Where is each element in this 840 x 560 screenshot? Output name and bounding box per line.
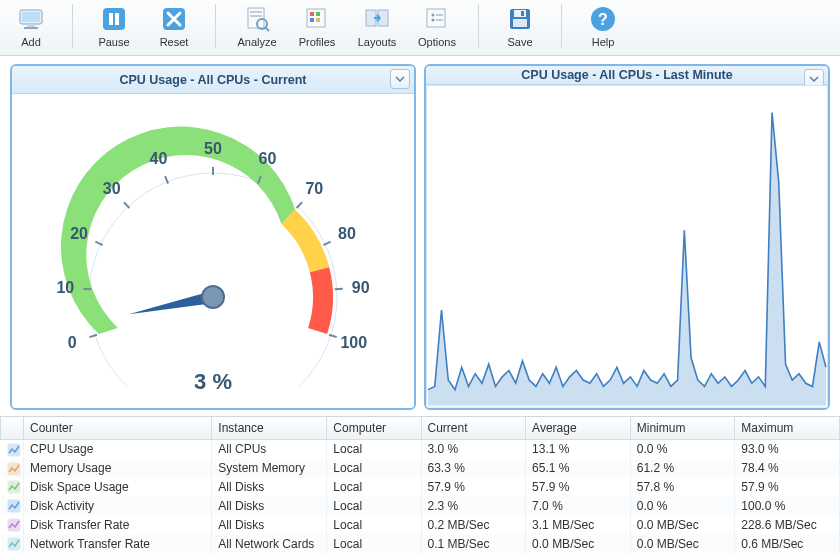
- col-header-average[interactable]: Average: [526, 417, 631, 440]
- svg-rect-16: [310, 18, 314, 22]
- svg-rect-28: [521, 11, 524, 16]
- cell-maximum: 0.6 MB/Sec: [735, 534, 840, 553]
- help-button[interactable]: ? Help: [580, 2, 626, 48]
- svg-line-12: [265, 27, 269, 31]
- counter-icon: [7, 537, 21, 551]
- save-label: Save: [507, 36, 532, 48]
- cell-instance: All CPUs: [212, 440, 327, 459]
- svg-rect-61: [8, 500, 20, 512]
- row-icon-cell: [1, 459, 24, 478]
- gauge-panel-title: CPU Usage - All CPUs - Current: [119, 73, 306, 87]
- layouts-button[interactable]: Layouts: [354, 2, 400, 48]
- svg-rect-26: [514, 10, 526, 17]
- svg-rect-1: [22, 12, 40, 22]
- cell-instance: All Network Cards: [212, 534, 327, 553]
- table-row[interactable]: Disk Transfer RateAll DisksLocal0.2 MB/S…: [1, 515, 840, 534]
- cell-minimum: 0.0 MB/Sec: [630, 534, 735, 553]
- add-button[interactable]: Add: [8, 2, 54, 48]
- counter-icon: [7, 518, 21, 532]
- cell-current: 2.3 %: [421, 496, 526, 515]
- svg-text:80: 80: [338, 225, 356, 242]
- linechart-panel: CPU Usage - All CPUs - Last Minute: [424, 64, 830, 410]
- cell-computer: Local: [327, 459, 421, 478]
- layouts-label: Layouts: [358, 36, 397, 48]
- cell-computer: Local: [327, 478, 421, 497]
- pause-label: Pause: [98, 36, 129, 48]
- table-row[interactable]: Disk ActivityAll DisksLocal2.3 %7.0 %0.0…: [1, 496, 840, 515]
- gauge-panel-menu-button[interactable]: [390, 69, 410, 89]
- options-button[interactable]: Options: [414, 2, 460, 48]
- svg-line-38: [124, 202, 129, 208]
- line-chart: [426, 85, 828, 408]
- col-header-icon[interactable]: [1, 417, 24, 440]
- reset-icon: [159, 4, 189, 34]
- panels-row: CPU Usage - All CPUs - Current 010203040…: [0, 56, 840, 416]
- cell-instance: System Memory: [212, 459, 327, 478]
- svg-rect-27: [513, 19, 527, 27]
- cell-maximum: 93.0 %: [735, 440, 840, 459]
- pause-button[interactable]: Pause: [91, 2, 137, 48]
- cell-maximum: 228.6 MB/Sec: [735, 515, 840, 534]
- cell-average: 57.9 %: [526, 478, 631, 497]
- svg-text:60: 60: [259, 150, 277, 167]
- cell-counter: CPU Usage: [24, 440, 212, 459]
- cell-counter: Disk Transfer Rate: [24, 515, 212, 534]
- cell-minimum: 0.0 MB/Sec: [630, 515, 735, 534]
- svg-point-55: [202, 286, 224, 308]
- col-header-current[interactable]: Current: [421, 417, 526, 440]
- svg-rect-10: [250, 15, 262, 17]
- svg-line-50: [335, 289, 343, 290]
- svg-text:30: 30: [103, 180, 121, 197]
- svg-rect-59: [8, 463, 20, 475]
- cell-average: 7.0 %: [526, 496, 631, 515]
- col-header-computer[interactable]: Computer: [327, 417, 421, 440]
- cell-maximum: 78.4 %: [735, 459, 840, 478]
- table-row[interactable]: Network Transfer RateAll Network CardsLo…: [1, 534, 840, 553]
- toolbar: Add Pause Reset: [0, 0, 840, 56]
- table-row[interactable]: CPU UsageAll CPUsLocal3.0 %13.1 %0.0 %93…: [1, 440, 840, 459]
- gauge-panel: CPU Usage - All CPUs - Current 010203040…: [10, 64, 416, 410]
- cell-computer: Local: [327, 440, 421, 459]
- profiles-button[interactable]: Profiles: [294, 2, 340, 48]
- svg-text:90: 90: [352, 279, 370, 296]
- row-icon-cell: [1, 496, 24, 515]
- options-icon: [422, 4, 452, 34]
- gauge-value-label: 3 %: [194, 369, 232, 395]
- cell-current: 3.0 %: [421, 440, 526, 459]
- col-header-maximum[interactable]: Maximum: [735, 417, 840, 440]
- col-header-minimum[interactable]: Minimum: [630, 417, 735, 440]
- svg-text:10: 10: [56, 279, 74, 296]
- svg-rect-6: [115, 13, 119, 25]
- col-header-counter[interactable]: Counter: [24, 417, 212, 440]
- toolbar-separator: [215, 4, 216, 48]
- svg-rect-24: [436, 19, 443, 21]
- svg-text:50: 50: [204, 140, 222, 157]
- svg-rect-63: [8, 538, 20, 550]
- row-icon-cell: [1, 515, 24, 534]
- layouts-icon: [362, 4, 392, 34]
- counter-icon: [7, 462, 21, 476]
- svg-point-21: [432, 14, 435, 17]
- svg-rect-5: [109, 13, 113, 25]
- help-label: Help: [592, 36, 615, 48]
- svg-rect-17: [316, 18, 320, 22]
- reset-button[interactable]: Reset: [151, 2, 197, 48]
- help-icon: ?: [588, 4, 618, 34]
- svg-point-23: [432, 19, 435, 22]
- svg-line-46: [297, 202, 302, 208]
- toolbar-separator: [561, 4, 562, 48]
- svg-rect-20: [427, 9, 445, 27]
- options-label: Options: [418, 36, 456, 48]
- table-row[interactable]: Memory UsageSystem MemoryLocal63.3 %65.1…: [1, 459, 840, 478]
- table-header-row: Counter Instance Computer Current Averag…: [1, 417, 840, 440]
- svg-rect-4: [103, 8, 125, 30]
- pause-icon: [99, 4, 129, 34]
- table-row[interactable]: Disk Space UsageAll DisksLocal57.9 %57.9…: [1, 478, 840, 497]
- counter-icon: [7, 480, 21, 494]
- reset-label: Reset: [160, 36, 189, 48]
- col-header-instance[interactable]: Instance: [212, 417, 327, 440]
- monitor-add-icon: [16, 4, 46, 34]
- gauge-chart: 0102030405060708090100: [33, 107, 393, 387]
- analyze-button[interactable]: Analyze: [234, 2, 280, 48]
- save-button[interactable]: Save: [497, 2, 543, 48]
